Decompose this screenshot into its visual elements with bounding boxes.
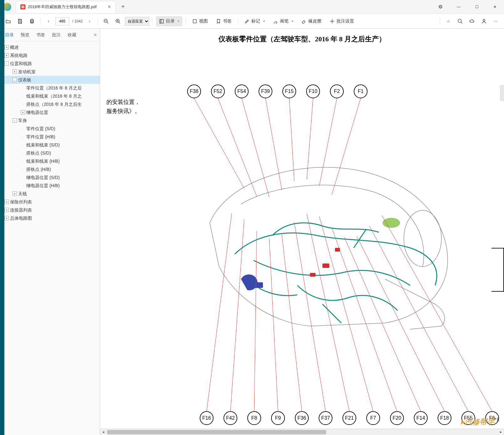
outline-button[interactable]: 目录▾ (156, 16, 183, 26)
sidebar-tab-bookmark[interactable]: 书签 (33, 30, 48, 40)
search-icon[interactable] (455, 16, 465, 26)
svg-line-26 (265, 98, 282, 190)
scroll-right-icon[interactable]: ▸ (498, 429, 504, 435)
svg-line-39 (332, 228, 397, 411)
svg-point-16 (483, 19, 485, 21)
page-next-icon[interactable]: › (85, 16, 95, 26)
callout-F15: F15 (282, 84, 296, 98)
svg-line-37 (307, 214, 349, 411)
tree-item[interactable]: ·继电器位置 (S/D) (0, 173, 100, 182)
page-prev-icon[interactable]: ‹ (44, 16, 54, 26)
callout-F52: F52 (211, 84, 225, 98)
tree-item[interactable]: +发动机室 (0, 68, 100, 76)
tree-item[interactable]: -仪表板 (0, 76, 100, 84)
cloud-icon[interactable] (467, 16, 477, 26)
tree-item[interactable]: +总体电路图 (0, 214, 100, 222)
print-icon[interactable] (27, 16, 37, 26)
pen-button[interactable]: 画笔▾ (270, 16, 296, 26)
bookmark-button[interactable]: 书签 (213, 16, 235, 26)
outline-tree[interactable]: +概述+系统电路-位置和线路+发动机室-仪表板·零件位置（2016 年 8 月之… (0, 41, 100, 435)
tree-item[interactable]: ·线束和线束 (S/D) (0, 141, 100, 149)
zoom-in-icon[interactable] (113, 16, 123, 26)
new-tab-button[interactable]: + (121, 3, 125, 10)
sidebar-tab-preview[interactable]: 预览 (18, 30, 33, 40)
callout-F36: F36 (295, 411, 309, 425)
user-icon[interactable] (479, 16, 489, 26)
callout-lines (100, 69, 504, 435)
tree-item[interactable]: ·零件位置（2016 年 8 月之后 (0, 84, 100, 92)
maximize-button[interactable]: ☐ (468, 0, 486, 14)
page-title: 仪表板零件位置（左驾驶车型、2016 年 8 月之后生产） (100, 29, 504, 46)
svg-line-30 (332, 98, 361, 195)
svg-line-29 (319, 98, 337, 186)
svg-line-33 (254, 231, 257, 411)
more-icon[interactable]: ⋯ (491, 16, 501, 26)
svg-line-15 (461, 22, 462, 23)
tree-item[interactable]: +连接器列表 (0, 206, 100, 214)
favorite-icon[interactable]: ☆ (443, 16, 453, 26)
svg-line-27 (289, 98, 294, 181)
zoom-mode-select[interactable]: 自适应宽 (125, 17, 149, 26)
batch-settings-button[interactable]: 批注设置 (327, 16, 357, 26)
svg-rect-12 (193, 19, 197, 23)
desktop-strip (0, 0, 4, 435)
view-button[interactable]: 视图 (189, 16, 211, 26)
callout-F1: F1 (354, 84, 368, 98)
sidebar-tab-annot[interactable]: 批注 (49, 30, 64, 40)
content-area: 仪表板零件位置（左驾驶车型、2016 年 8 月之后生产） 的安装位置， 服务快… (100, 29, 504, 435)
scroll-thumb[interactable] (107, 430, 326, 434)
tree-item[interactable]: -位置和线路 (0, 59, 100, 68)
tree-item[interactable]: +天线 (0, 190, 100, 198)
svg-line-36 (294, 223, 326, 411)
callout-F39: F39 (259, 84, 272, 98)
legend-box (491, 248, 504, 292)
svg-line-25 (242, 98, 269, 197)
zoom-out-icon[interactable] (101, 16, 111, 26)
eraser-button[interactable]: 橡皮擦 (298, 16, 325, 26)
svg-rect-1 (31, 19, 33, 20)
mark-button[interactable]: 标记▾ (241, 16, 268, 26)
tree-item[interactable]: -车身 (0, 116, 100, 125)
tree-item[interactable]: +保险丝列表 (0, 198, 100, 206)
minimize-button[interactable]: — (450, 0, 468, 14)
tree-item[interactable]: +概述 (0, 43, 100, 51)
svg-point-13 (332, 21, 333, 22)
page-number-input[interactable] (55, 17, 69, 25)
tree-item[interactable]: +继电器位置 (0, 108, 100, 116)
callout-F54: F54 (235, 84, 249, 98)
svg-line-38 (319, 217, 373, 411)
tree-item[interactable]: ·线束和线束（2016 年 8 月之 (0, 92, 100, 100)
app-window: 2018年丰田威驰雅力士致炫电路图.pdf × + ⚙ — ☐ ✕ ‹ / 10… (0, 0, 504, 435)
svg-line-31 (207, 213, 232, 411)
svg-line-41 (357, 237, 445, 411)
page-total: / 1042 (72, 19, 83, 23)
tree-item[interactable]: +系统电路 (0, 51, 100, 59)
callout-F2: F2 (330, 84, 344, 98)
watermark: ▸汽修帮手 (461, 417, 495, 427)
scroll-left-icon[interactable]: ◂ (100, 429, 106, 435)
footer-note: *1 (494, 417, 499, 422)
tree-item[interactable]: ·搭铁点 (H/B) (0, 165, 100, 173)
tree-item[interactable]: ·搭铁点（2016 年 8 月之后生 (0, 100, 100, 108)
pdf-icon (20, 4, 25, 9)
tree-item[interactable]: ·继电器位置 (H/B) (0, 182, 100, 190)
callout-F20: F20 (390, 411, 404, 425)
panel-handle[interactable] (500, 85, 504, 101)
callout-F37: F37 (319, 411, 332, 425)
sidebar-tab-fav[interactable]: 收藏 (64, 30, 80, 40)
save-icon[interactable] (15, 16, 25, 26)
tree-item[interactable]: ·零件位置 (H/B) (0, 133, 100, 141)
callout-F18: F18 (438, 411, 451, 425)
svg-line-35 (282, 234, 302, 411)
open-file-icon[interactable] (3, 16, 13, 26)
callout-F8: F8 (247, 411, 261, 425)
document-tab[interactable]: 2018年丰田威驰雅力士致炫电路图.pdf × (16, 1, 116, 13)
tree-item[interactable]: ·零件位置 (S/D) (0, 125, 100, 133)
close-button[interactable]: ✕ (486, 0, 504, 14)
horizontal-scrollbar[interactable]: ◂ ▸ (100, 429, 504, 435)
tree-item[interactable]: ·线束和线束 (H/B) (0, 157, 100, 165)
tab-close-icon[interactable]: × (108, 4, 111, 10)
tree-item[interactable]: ·搭铁点 (S/D) (0, 149, 100, 157)
settings-gear-icon[interactable]: ⚙ (431, 0, 450, 14)
sidebar-close-icon[interactable]: × (93, 31, 98, 39)
